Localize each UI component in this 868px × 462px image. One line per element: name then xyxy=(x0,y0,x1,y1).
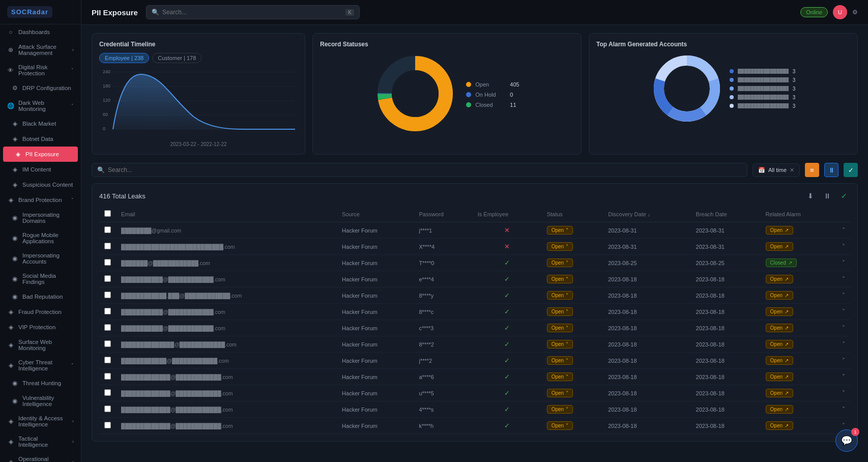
alarm-status-badge[interactable]: Open ↗ xyxy=(766,324,793,332)
status-badge[interactable]: Open ˅ xyxy=(547,389,573,397)
sidebar-item-pii-exposure[interactable]: ◈ PII Exposure xyxy=(3,147,78,162)
row-checkbox[interactable] xyxy=(104,308,111,314)
sidebar-item-fraud-protection[interactable]: ◈ Fraud Protection xyxy=(0,304,81,320)
alarm-status-badge[interactable]: Open ↗ xyxy=(766,389,793,397)
filter-btn-blue[interactable]: ⏸ xyxy=(824,163,838,177)
status-badge[interactable]: Open ˅ xyxy=(547,242,573,251)
sidebar-item-identity-access[interactable]: ◈ Identity & Access Intelligence › xyxy=(0,411,81,431)
sidebar-item-suspicious-content[interactable]: ◈ Suspicious Content xyxy=(0,177,81,192)
row-expand-button[interactable]: ˅ xyxy=(842,325,845,332)
row-checkbox[interactable] xyxy=(104,259,111,266)
sidebar-item-attack-surface[interactable]: ⊕ Attack Surface Management › xyxy=(0,40,81,60)
sidebar-item-dashboards[interactable]: ○ Dashboards xyxy=(0,24,81,40)
sidebar-item-drp-config[interactable]: ⚙ DRP Configuration xyxy=(0,80,81,96)
row-expand-button[interactable]: ˅ xyxy=(842,357,845,364)
status-badge[interactable]: Open ˅ xyxy=(547,421,573,430)
alarm-status-badge[interactable]: Open ↗ xyxy=(766,242,793,251)
row-checkbox[interactable] xyxy=(104,275,111,282)
row-expand-button[interactable]: ˅ xyxy=(842,373,845,381)
online-status-button[interactable]: Online xyxy=(800,7,828,17)
status-badge[interactable]: Open ˅ xyxy=(547,258,573,267)
alarm-status-badge[interactable]: Open ↗ xyxy=(766,275,793,283)
alarm-status-badge[interactable]: Closed ↗ xyxy=(766,258,797,267)
row-expand-button[interactable]: ˅ xyxy=(842,341,845,348)
sidebar-item-social-media[interactable]: ◉ Social Media Findings xyxy=(0,269,81,289)
table-action-check[interactable]: ✓ xyxy=(838,191,850,201)
sidebar-label: Botnet Data xyxy=(22,136,53,142)
sidebar-item-rogue-mobile[interactable]: ◉ Rogue Mobile Applications xyxy=(0,228,81,248)
row-checkbox[interactable] xyxy=(104,243,111,249)
chevron-down-icon: ˅ xyxy=(566,423,568,428)
filter-btn-teal[interactable]: ✓ xyxy=(844,163,858,177)
col-discovery-date[interactable]: Discovery Date ↓ xyxy=(603,206,690,222)
status-badge[interactable]: Open ˅ xyxy=(547,275,573,283)
sidebar-item-impersonating-domains[interactable]: ◉ Impersonating Domains xyxy=(0,208,81,228)
sidebar-item-surface-web[interactable]: ◈ Surface Web Monitoring xyxy=(0,335,81,355)
row-expand-button[interactable]: ˅ xyxy=(842,292,845,299)
row-expand-button[interactable]: ˅ xyxy=(842,276,845,283)
top-search-input[interactable] xyxy=(162,9,342,16)
row-checkbox[interactable] xyxy=(104,357,111,363)
row-checkbox[interactable] xyxy=(104,292,111,298)
row-expand-button[interactable]: ˅ xyxy=(842,390,845,397)
status-badge[interactable]: Open ˅ xyxy=(547,324,573,332)
status-badge[interactable]: Open ˅ xyxy=(547,340,573,349)
status-badge[interactable]: Open ˅ xyxy=(547,372,573,381)
filter-search-box[interactable]: 🔍 xyxy=(92,163,747,177)
sidebar-item-vulnerability-intel[interactable]: ◉ Vulnerability Intelligence xyxy=(0,391,81,411)
alarm-status-badge[interactable]: Open ↗ xyxy=(766,307,793,316)
row-expand-button[interactable]: ˅ xyxy=(842,422,845,429)
row-checkbox[interactable] xyxy=(104,226,111,233)
tab-employee[interactable]: Employee | 238 xyxy=(99,53,149,63)
alarm-status-badge[interactable]: Open ↗ xyxy=(766,291,793,300)
date-filter[interactable]: 📅 All time ✕ xyxy=(753,163,800,177)
sidebar-item-digital-risk[interactable]: 👁 Digital Risk Protection ˅ xyxy=(0,60,81,80)
status-badge[interactable]: Open ˅ xyxy=(547,356,573,365)
row-checkbox[interactable] xyxy=(104,389,111,396)
row-checkbox[interactable] xyxy=(104,406,111,412)
filter-btn-orange[interactable]: ≡ xyxy=(805,163,819,177)
sidebar-item-dark-web[interactable]: 🌐 Dark Web Monitoring ˅ xyxy=(0,96,81,116)
close-icon[interactable]: ✕ xyxy=(790,167,794,174)
row-expand-button[interactable]: ˅ xyxy=(842,308,845,315)
status-badge[interactable]: Open ˅ xyxy=(547,307,573,316)
row-expand-button[interactable]: ˅ xyxy=(842,406,845,413)
alarm-status-badge[interactable]: Open ↗ xyxy=(766,372,793,381)
sidebar-item-cyber-threat[interactable]: ◈ Cyber Threat Intelligence ˅ xyxy=(0,355,81,376)
sidebar-item-threat-hunting[interactable]: ◉ Threat Hunting xyxy=(0,376,81,391)
row-expand-button[interactable]: ˅ xyxy=(842,243,845,250)
row-checkbox[interactable] xyxy=(104,340,111,347)
status-badge[interactable]: Open ˅ xyxy=(547,226,573,235)
alarm-status-badge[interactable]: Open ↗ xyxy=(766,226,793,235)
row-checkbox[interactable] xyxy=(104,324,111,331)
table-action-pause[interactable]: ⏸ xyxy=(821,191,834,201)
sidebar-item-vip-protection[interactable]: ◈ VIP Protection xyxy=(0,320,81,335)
discovery-date-cell: 2023-08-31 xyxy=(603,239,690,255)
sidebar-item-botnet-data[interactable]: ◈ Botnet Data xyxy=(0,131,81,147)
sidebar-item-operational-intel[interactable]: ◈ Operational Intelligence › xyxy=(0,452,81,462)
status-badge[interactable]: Open ˅ xyxy=(547,291,573,300)
row-expand-button[interactable]: ˅ xyxy=(842,259,845,267)
sidebar-item-im-content[interactable]: ◈ IM Content xyxy=(0,162,81,177)
settings-icon[interactable]: ⚙ xyxy=(852,9,858,16)
row-expand-button[interactable]: ˅ xyxy=(842,227,845,234)
alarm-status-badge[interactable]: Open ↗ xyxy=(766,356,793,365)
sidebar-item-brand-protection[interactable]: ◈ Brand Protection ˅ xyxy=(0,192,81,208)
sidebar-item-bad-reputation[interactable]: ◉ Bad Reputation xyxy=(0,289,81,304)
sidebar-item-tactical-intel[interactable]: ◈ Tactical Intelligence › xyxy=(0,431,81,452)
row-checkbox[interactable] xyxy=(104,373,111,380)
chat-button[interactable]: 💬 1 xyxy=(835,429,858,452)
sidebar-item-impersonating-accounts[interactable]: ◉ Impersonating Accounts xyxy=(0,248,81,269)
alarm-status-badge[interactable]: Open ↗ xyxy=(766,405,793,414)
table-action-download[interactable]: ⬇ xyxy=(804,191,817,201)
row-checkbox[interactable] xyxy=(104,422,111,428)
tab-customer[interactable]: Customer | 178 xyxy=(152,53,201,63)
alarm-status-badge[interactable]: Open ↗ xyxy=(766,421,793,430)
filter-search-input[interactable] xyxy=(108,166,742,174)
select-all-checkbox[interactable] xyxy=(104,210,111,217)
top-search-box[interactable]: 🔍 K xyxy=(146,5,360,19)
alarm-status-badge[interactable]: Open ↗ xyxy=(766,340,793,349)
user-avatar[interactable]: U xyxy=(833,5,847,19)
sidebar-item-black-market[interactable]: ◈ Black Market xyxy=(0,116,81,131)
status-badge[interactable]: Open ˅ xyxy=(547,405,573,414)
